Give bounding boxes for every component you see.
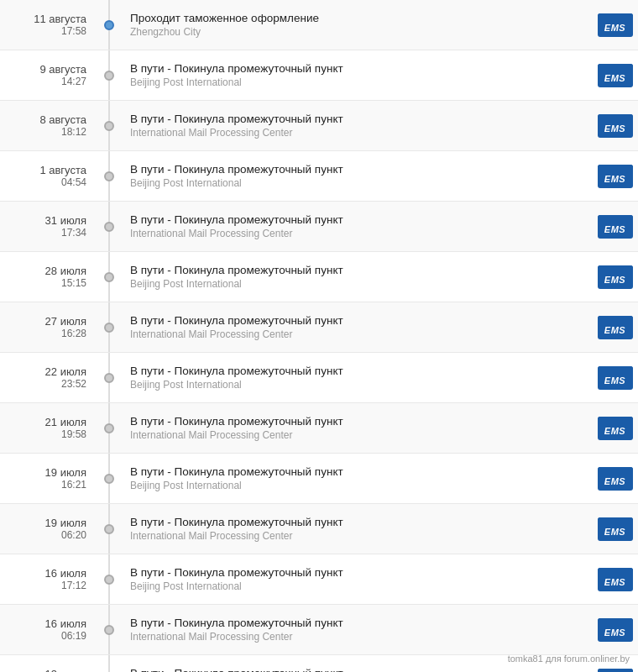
date-time: 06:20 xyxy=(61,529,86,541)
ems-logo: 中国邮政 EMS xyxy=(598,568,633,591)
timeline-dot xyxy=(104,20,114,30)
tracking-row: 31 июля 17:34 В пути - Покинула промежут… xyxy=(0,202,638,252)
date-time: 14:27 xyxy=(61,76,86,87)
date-time: 04:54 xyxy=(61,176,86,188)
tracking-row: 1 августа 04:54 В пути - Покинула промеж… xyxy=(0,151,638,202)
event-location: International Mail Processing Center xyxy=(130,429,583,441)
timeline-dot xyxy=(104,524,114,534)
timeline-dot-col xyxy=(97,454,122,503)
watermark-text: tomka81 для forum.onliner.by xyxy=(508,654,630,664)
tracking-row: 22 июля 23:52 В пути - Покинула промежут… xyxy=(0,353,638,403)
ems-logo: 中国邮政 EMS xyxy=(598,13,633,37)
timeline-dot-col xyxy=(97,202,122,251)
date-day: 28 июля xyxy=(45,265,86,277)
timeline-dot xyxy=(104,575,114,585)
ems-logo: 中国邮政 EMS xyxy=(598,64,633,87)
logo-column: 中国邮政 EMS xyxy=(592,454,638,503)
date-time: 17:58 xyxy=(61,25,86,37)
date-day: 11 августа xyxy=(34,13,86,25)
event-title: В пути - Покинула промежуточный пункт xyxy=(130,566,583,579)
date-column: 22 июля 23:52 xyxy=(0,353,97,402)
event-location: Beijing Post International xyxy=(130,379,583,391)
tracking-row: 28 июля 15:15 В пути - Покинула промежут… xyxy=(0,252,638,302)
event-location: International Mail Processing Center xyxy=(130,631,583,643)
ems-logo: 中国邮政 EMS xyxy=(598,669,633,673)
date-day: 27 июля xyxy=(45,315,86,328)
event-location: International Mail Processing Center xyxy=(130,228,583,239)
logo-column: 中国邮政 EMS xyxy=(592,605,638,654)
tracking-row: 16 июля 17:12 В пути - Покинула промежут… xyxy=(0,554,638,605)
ems-logo: 中国邮政 EMS xyxy=(598,366,633,390)
date-column: 28 июля 15:15 xyxy=(0,252,97,302)
logo-column: 中国邮政 EMS xyxy=(592,101,638,150)
event-info: Проходит таможенное оформление Zhengzhou… xyxy=(122,0,592,50)
event-title: В пути - Покинула промежуточный пункт xyxy=(130,465,583,478)
ems-logo: 中国邮政 EMS xyxy=(598,316,633,339)
ems-logo: 中国邮政 EMS xyxy=(598,517,633,541)
ems-logo: 中国邮政 EMS xyxy=(598,165,633,188)
event-title: В пути - Покинула промежуточный пункт xyxy=(130,62,583,75)
timeline-dot xyxy=(104,71,114,81)
event-title: В пути - Покинула промежуточный пункт xyxy=(130,415,583,428)
event-location: Beijing Post International xyxy=(130,278,583,290)
timeline-dot xyxy=(104,373,114,383)
date-day: 21 июля xyxy=(45,416,86,428)
ems-logo: 中国邮政 EMS xyxy=(598,417,633,440)
date-day: 16 июля xyxy=(45,617,86,630)
event-title: В пути - Покинула промежуточный пункт xyxy=(130,213,583,226)
date-day: 31 июля xyxy=(45,214,86,227)
event-info: В пути - Покинула промежуточный пункт In… xyxy=(122,504,592,554)
date-time: 16:28 xyxy=(61,328,86,339)
timeline-dot-col xyxy=(97,101,122,150)
date-column: 31 июля 17:34 xyxy=(0,202,97,251)
tracking-row: 11 августа 17:58 Проходит таможенное офо… xyxy=(0,0,638,50)
tracking-row: 16 июля 06:19 В пути - Покинула промежут… xyxy=(0,605,638,655)
ems-logo: 中国邮政 EMS xyxy=(598,114,633,138)
timeline-dot-col xyxy=(97,50,122,100)
event-title: В пути - Покинула промежуточный пункт xyxy=(130,264,583,276)
timeline-dot-col xyxy=(97,0,122,50)
logo-column: 中国邮政 EMS xyxy=(592,151,638,201)
date-day: 19 июля xyxy=(45,466,86,479)
timeline-dot-col xyxy=(97,605,122,654)
timeline-dot xyxy=(104,323,114,333)
timeline-dot xyxy=(104,121,114,131)
timeline-dot-col xyxy=(97,353,122,402)
timeline-dot-col xyxy=(97,554,122,604)
event-info: В пути - Покинула промежуточный пункт In… xyxy=(122,101,592,150)
date-day: 19 июля xyxy=(45,517,86,529)
tracking-row: 19 июля 06:20 В пути - Покинула промежут… xyxy=(0,504,638,554)
event-title: В пути - Покинула промежуточный пункт xyxy=(130,617,583,629)
event-title: В пути - Покинула промежуточный пункт xyxy=(130,314,583,327)
date-day: 1 августа xyxy=(39,164,86,176)
event-location: Beijing Post International xyxy=(130,177,583,189)
event-location: Beijing Post International xyxy=(130,480,583,491)
event-title: В пути - Покинула промежуточный пункт xyxy=(130,365,583,377)
event-info: В пути - Покинула промежуточный пункт In… xyxy=(122,605,592,654)
date-column: 16 июля 17:12 xyxy=(0,554,97,604)
logo-column: 中国邮政 EMS xyxy=(592,302,638,352)
date-column: 19 июля 16:21 xyxy=(0,454,97,503)
date-column: 9 августа 14:27 xyxy=(0,50,97,100)
tracking-row: 27 июля 16:28 В пути - Покинула промежут… xyxy=(0,302,638,353)
timeline-dot xyxy=(104,423,114,433)
event-title: Проходит таможенное оформление xyxy=(130,12,583,24)
date-column: 27 июля 16:28 xyxy=(0,302,97,352)
timeline-dot-col xyxy=(97,302,122,352)
date-time: 18:12 xyxy=(61,126,86,138)
logo-column: 中国邮政 EMS xyxy=(592,252,638,302)
event-location: International Mail Processing Center xyxy=(130,328,583,340)
event-title: В пути - Покинула промежуточный пункт xyxy=(130,516,583,528)
tracking-row: 19 июля 16:21 В пути - Покинула промежут… xyxy=(0,454,638,504)
date-time: 17:12 xyxy=(61,580,86,591)
timeline-dot xyxy=(104,625,114,635)
event-location: Beijing Post International xyxy=(130,76,583,88)
event-title: В пути - Покинула промежуточный пункт xyxy=(130,163,583,176)
event-info: В пути - Покинула промежуточный пункт Be… xyxy=(122,554,592,604)
tracking-row: 8 августа 18:12 В пути - Покинула промеж… xyxy=(0,101,638,151)
timeline-dot-col xyxy=(97,655,122,672)
timeline-dot-col xyxy=(97,504,122,554)
event-info: В пути - Покинула промежуточный пункт Be… xyxy=(122,353,592,402)
timeline-dot xyxy=(104,222,114,232)
event-title: В пути - Покинула промежуточный пункт xyxy=(130,667,583,672)
